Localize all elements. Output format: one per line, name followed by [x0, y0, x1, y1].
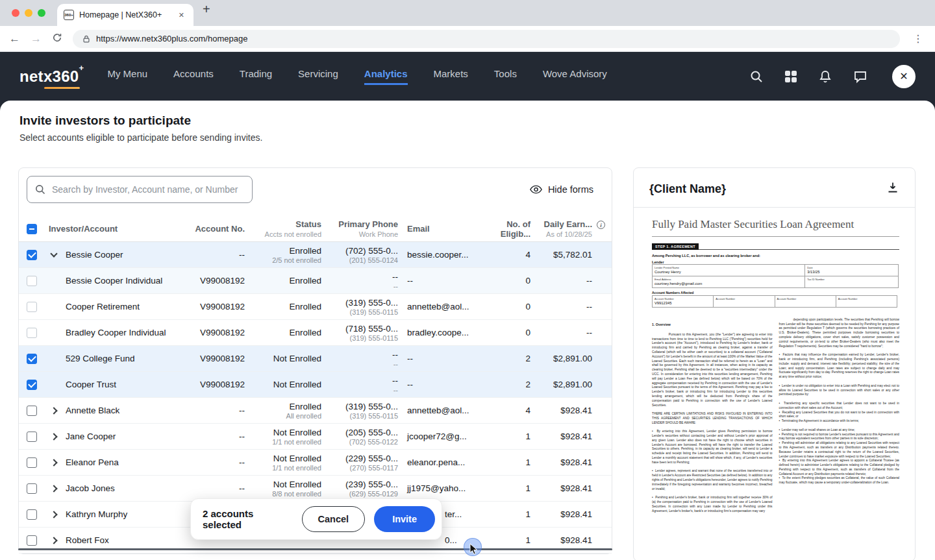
row-account-no: --	[189, 457, 245, 467]
chevron-icon[interactable]	[50, 407, 57, 414]
selection-bar: 2 accounts selected Cancel Invite	[190, 498, 442, 540]
row-investor-name: Cooper Trust	[66, 380, 189, 389]
row-daily-earnings: $928.41	[537, 535, 603, 545]
hide-forms-button[interactable]: Hide forms	[530, 184, 593, 195]
table-row[interactable]: Annette Black -- EnrolledAll enrolled (3…	[19, 398, 612, 424]
table-row[interactable]: 529 College Fund V99008192 Not Enrolled …	[19, 346, 612, 372]
chevron-icon[interactable]	[50, 537, 57, 544]
notifications-icon[interactable]	[818, 69, 832, 84]
window-close-button[interactable]	[12, 9, 19, 17]
logo-plus: +	[79, 63, 84, 73]
row-eligible-count: 0	[480, 328, 537, 337]
step-row: STEP 1. AGREEMENT	[652, 243, 899, 250]
table-row[interactable]: Eleanor Pena -- Not Enrolled1/1 not enro…	[19, 450, 612, 476]
new-tab-button[interactable]: +	[203, 3, 210, 16]
chat-icon[interactable]	[853, 69, 867, 84]
row-phone: (205) 555-0...(702) 555-0122	[321, 428, 398, 446]
row-status: Not Enrolled1/1 not enrolled	[245, 428, 321, 446]
close-panel-button[interactable]: ✕	[892, 65, 916, 88]
row-checkbox[interactable]	[27, 328, 37, 338]
apps-grid-icon[interactable]	[784, 70, 797, 83]
window-minimize-button[interactable]	[25, 9, 32, 17]
row-investor-name: Jane Cooper	[66, 432, 189, 441]
nav-item-markets[interactable]: Markets	[434, 68, 468, 85]
invite-button[interactable]: Invite	[374, 506, 435, 532]
document-preview: Fully Paid Master Securities Loan Agreem…	[634, 208, 915, 518]
nav-item-accounts[interactable]: Accounts	[173, 68, 214, 85]
browser-menu-icon[interactable]: ⋮	[910, 32, 926, 45]
info-icon[interactable]: i	[597, 221, 605, 229]
table-row[interactable]: Bradley Cooper Individual V99008192 Enro…	[19, 320, 612, 346]
table-row[interactable]: Cooper Trust V99008192 Not Enrolled ----…	[19, 372, 612, 398]
row-account-no: --	[189, 250, 245, 260]
row-daily-earnings: $5,782.01	[537, 250, 603, 260]
nav-item-analytics[interactable]: Analytics	[364, 68, 408, 85]
column-phone: Primary Phone Work Phone	[321, 219, 398, 238]
reload-icon	[52, 32, 62, 43]
nav-item-my-menu[interactable]: My Menu	[107, 68, 147, 85]
document-text: 1. Overview Pursuant to this Agreement, …	[652, 313, 899, 518]
row-checkbox[interactable]	[27, 276, 37, 286]
form-row: Account Number V9912345 Account Number A…	[652, 296, 899, 308]
row-phone: (229) 555-0...(270) 555-0117	[321, 454, 398, 472]
browser-tab[interactable]: 360+ Homepage | NetX360+ ✕	[57, 4, 193, 26]
table-row[interactable]: Bessie Cooper Individual V99008192 Enrol…	[19, 268, 612, 294]
row-checkbox[interactable]	[27, 432, 37, 442]
row-account-no: V99008192	[189, 380, 245, 389]
row-phone: (239) 555-0...(629) 555-0129	[321, 480, 398, 498]
reload-button[interactable]	[52, 32, 62, 45]
row-daily-earnings: $2,891.00	[537, 354, 603, 363]
back-button[interactable]: ←	[9, 33, 20, 44]
cancel-button[interactable]: Cancel	[302, 506, 366, 532]
nav-item-wove-advisory[interactable]: Wove Advisory	[543, 68, 607, 85]
horizontal-scrollbar[interactable]	[18, 548, 612, 550]
table-header: Investor/Account Account No. Status Acct…	[19, 216, 612, 242]
selection-count: 2 accounts selected	[203, 508, 293, 530]
row-checkbox[interactable]	[27, 406, 37, 416]
row-status: EnrolledAll enrolled	[245, 402, 321, 420]
search-icon[interactable]	[749, 69, 764, 84]
mouse-cursor	[464, 538, 482, 556]
row-checkbox[interactable]	[27, 535, 37, 546]
chevron-icon[interactable]	[50, 433, 57, 440]
window-zoom-button[interactable]	[38, 9, 45, 17]
row-email: --	[398, 380, 480, 389]
row-checkbox[interactable]	[27, 250, 37, 260]
logo-text: netx360	[19, 67, 79, 85]
row-checkbox[interactable]	[27, 354, 37, 364]
row-account-no: --	[189, 483, 245, 493]
nav-item-tools[interactable]: Tools	[494, 68, 517, 85]
row-checkbox[interactable]	[27, 457, 37, 468]
field-date: Date 3/13/25	[804, 264, 899, 276]
select-all-checkbox[interactable]	[27, 224, 37, 234]
form-row: Lender Printed Name Courtney Henry Date …	[652, 265, 899, 276]
nav-item-servicing[interactable]: Servicing	[298, 68, 338, 85]
tab-close-icon[interactable]: ✕	[176, 10, 187, 21]
chevron-icon[interactable]	[50, 485, 57, 492]
table-row[interactable]: Jane Cooper -- Not Enrolled1/1 not enrol…	[19, 424, 612, 450]
column-email: Email	[398, 224, 480, 234]
forward-button[interactable]: →	[31, 33, 42, 44]
row-checkbox[interactable]	[27, 380, 37, 390]
field-lender-name: Lender Printed Name Courtney Henry	[652, 264, 805, 276]
row-daily-earnings: $928.41	[537, 432, 603, 441]
chevron-icon[interactable]	[50, 250, 57, 257]
row-eligible-count: 4	[480, 250, 537, 260]
download-button[interactable]	[886, 181, 899, 197]
chevron-icon[interactable]	[50, 511, 57, 518]
address-bar[interactable]: https://www.netx360plus.com/homepage	[73, 30, 900, 48]
app-logo[interactable]: netx360+	[19, 67, 84, 86]
row-daily-earnings: $2,891.00	[537, 380, 603, 389]
search-input[interactable]	[27, 176, 253, 203]
table-row[interactable]: Bessie Cooper -- Enrolled2/5 not enrolle…	[19, 242, 612, 268]
row-email: jj1975@yaho...	[398, 483, 480, 493]
row-checkbox[interactable]	[27, 509, 37, 520]
row-checkbox[interactable]	[27, 302, 37, 312]
table-row[interactable]: Jacob Jones -- Not Enrolled8/8 not enrol…	[19, 476, 612, 502]
nav-item-trading[interactable]: Trading	[240, 68, 272, 85]
chevron-icon[interactable]	[50, 459, 57, 466]
row-eligible-count: 2	[480, 380, 537, 389]
primary-nav: My MenuAccountsTradingServicingAnalytics…	[107, 68, 606, 85]
row-checkbox[interactable]	[27, 483, 37, 494]
table-row[interactable]: Cooper Retirement V99008192 Enrolled (31…	[19, 294, 612, 320]
